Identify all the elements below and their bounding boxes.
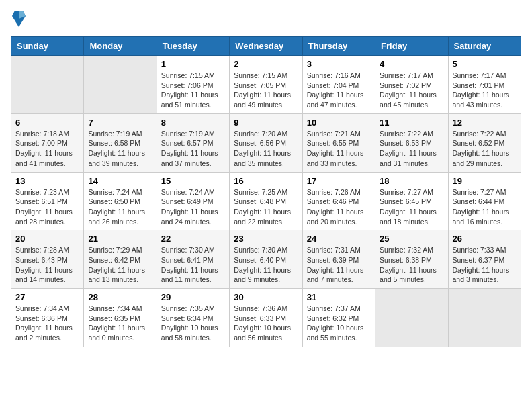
day-info: Sunrise: 7:31 AMSunset: 6:39 PMDaylight:… bbox=[307, 245, 371, 285]
day-number: 1 bbox=[161, 59, 225, 69]
day-number: 6 bbox=[15, 118, 79, 128]
day-info: Sunrise: 7:30 AMSunset: 6:40 PMDaylight:… bbox=[234, 245, 298, 285]
day-info: Sunrise: 7:26 AMSunset: 6:46 PMDaylight:… bbox=[307, 187, 371, 227]
day-number: 4 bbox=[380, 59, 443, 69]
day-number: 11 bbox=[380, 118, 443, 128]
day-info: Sunrise: 7:27 AMSunset: 6:45 PMDaylight:… bbox=[380, 187, 443, 227]
calendar-week-1: 1Sunrise: 7:15 AMSunset: 7:06 PMDaylight… bbox=[11, 56, 521, 114]
day-info: Sunrise: 7:19 AMSunset: 6:57 PMDaylight:… bbox=[161, 129, 225, 169]
day-number: 27 bbox=[15, 292, 79, 302]
calendar-cell: 2Sunrise: 7:15 AMSunset: 7:05 PMDaylight… bbox=[230, 56, 302, 114]
calendar-cell bbox=[11, 56, 84, 114]
calendar-cell: 18Sunrise: 7:27 AMSunset: 6:45 PMDayligh… bbox=[375, 172, 448, 230]
day-number: 22 bbox=[161, 234, 225, 244]
day-info: Sunrise: 7:21 AMSunset: 6:55 PMDaylight:… bbox=[307, 129, 371, 169]
calendar-cell: 28Sunrise: 7:34 AMSunset: 6:35 PMDayligh… bbox=[84, 289, 157, 347]
calendar-cell: 25Sunrise: 7:32 AMSunset: 6:38 PMDayligh… bbox=[375, 230, 448, 289]
day-info: Sunrise: 7:22 AMSunset: 6:52 PMDaylight:… bbox=[453, 129, 517, 169]
day-number: 24 bbox=[307, 234, 371, 244]
calendar-week-4: 20Sunrise: 7:28 AMSunset: 6:43 PMDayligh… bbox=[11, 230, 521, 289]
weekday-header-wednesday: Wednesday bbox=[230, 37, 302, 56]
day-number: 31 bbox=[307, 292, 371, 302]
day-number: 7 bbox=[88, 118, 152, 128]
day-info: Sunrise: 7:17 AMSunset: 7:01 PMDaylight:… bbox=[453, 71, 517, 110]
day-number: 17 bbox=[307, 176, 371, 186]
day-number: 19 bbox=[453, 176, 517, 186]
day-number: 10 bbox=[307, 118, 371, 128]
calendar-week-3: 13Sunrise: 7:23 AMSunset: 6:51 PMDayligh… bbox=[11, 172, 521, 230]
calendar-cell: 22Sunrise: 7:30 AMSunset: 6:41 PMDayligh… bbox=[157, 230, 229, 289]
calendar-cell: 30Sunrise: 7:36 AMSunset: 6:33 PMDayligh… bbox=[230, 289, 302, 347]
header bbox=[11, 11, 521, 28]
weekday-header-tuesday: Tuesday bbox=[157, 37, 229, 56]
calendar-cell bbox=[448, 289, 521, 347]
day-info: Sunrise: 7:19 AMSunset: 6:58 PMDaylight:… bbox=[88, 129, 152, 169]
day-info: Sunrise: 7:33 AMSunset: 6:37 PMDaylight:… bbox=[453, 245, 517, 285]
calendar-table: SundayMondayTuesdayWednesdayThursdayFrid… bbox=[11, 36, 521, 347]
calendar-cell: 7Sunrise: 7:19 AMSunset: 6:58 PMDaylight… bbox=[84, 113, 157, 172]
day-number: 20 bbox=[15, 234, 79, 244]
day-info: Sunrise: 7:29 AMSunset: 6:42 PMDaylight:… bbox=[88, 245, 152, 285]
day-number: 29 bbox=[161, 292, 225, 302]
day-number: 2 bbox=[234, 59, 298, 69]
day-number: 8 bbox=[161, 118, 225, 128]
day-info: Sunrise: 7:32 AMSunset: 6:38 PMDaylight:… bbox=[380, 245, 443, 285]
day-info: Sunrise: 7:24 AMSunset: 6:50 PMDaylight:… bbox=[88, 187, 152, 227]
day-info: Sunrise: 7:27 AMSunset: 6:44 PMDaylight:… bbox=[453, 187, 517, 227]
day-info: Sunrise: 7:16 AMSunset: 7:04 PMDaylight:… bbox=[307, 71, 371, 110]
calendar-cell: 14Sunrise: 7:24 AMSunset: 6:50 PMDayligh… bbox=[84, 172, 157, 230]
calendar-cell: 15Sunrise: 7:24 AMSunset: 6:49 PMDayligh… bbox=[157, 172, 229, 230]
calendar-cell: 17Sunrise: 7:26 AMSunset: 6:46 PMDayligh… bbox=[302, 172, 375, 230]
calendar-cell: 4Sunrise: 7:17 AMSunset: 7:02 PMDaylight… bbox=[375, 56, 448, 114]
day-number: 26 bbox=[453, 234, 517, 244]
weekday-header-monday: Monday bbox=[84, 37, 157, 56]
weekday-header-friday: Friday bbox=[375, 37, 448, 56]
day-info: Sunrise: 7:22 AMSunset: 6:53 PMDaylight:… bbox=[380, 129, 443, 169]
day-number: 15 bbox=[161, 176, 225, 186]
calendar-cell: 29Sunrise: 7:35 AMSunset: 6:34 PMDayligh… bbox=[157, 289, 229, 347]
calendar-week-2: 6Sunrise: 7:18 AMSunset: 7:00 PMDaylight… bbox=[11, 113, 521, 172]
day-info: Sunrise: 7:17 AMSunset: 7:02 PMDaylight:… bbox=[380, 71, 443, 110]
calendar-cell: 5Sunrise: 7:17 AMSunset: 7:01 PMDaylight… bbox=[448, 56, 521, 114]
day-number: 23 bbox=[234, 234, 298, 244]
calendar-cell: 24Sunrise: 7:31 AMSunset: 6:39 PMDayligh… bbox=[302, 230, 375, 289]
calendar-cell: 8Sunrise: 7:19 AMSunset: 6:57 PMDaylight… bbox=[157, 113, 229, 172]
day-number: 18 bbox=[380, 176, 443, 186]
calendar-cell bbox=[375, 289, 448, 347]
weekday-header-saturday: Saturday bbox=[448, 37, 521, 56]
calendar-cell: 23Sunrise: 7:30 AMSunset: 6:40 PMDayligh… bbox=[230, 230, 302, 289]
weekday-header-sunday: Sunday bbox=[11, 37, 84, 56]
day-number: 30 bbox=[234, 292, 298, 302]
calendar-cell: 26Sunrise: 7:33 AMSunset: 6:37 PMDayligh… bbox=[448, 230, 521, 289]
day-number: 12 bbox=[453, 118, 517, 128]
day-info: Sunrise: 7:37 AMSunset: 6:32 PMDaylight:… bbox=[307, 304, 371, 343]
day-info: Sunrise: 7:15 AMSunset: 7:06 PMDaylight:… bbox=[161, 71, 225, 110]
day-number: 9 bbox=[234, 118, 298, 128]
calendar-cell: 11Sunrise: 7:22 AMSunset: 6:53 PMDayligh… bbox=[375, 113, 448, 172]
day-number: 25 bbox=[380, 234, 443, 244]
calendar-cell: 21Sunrise: 7:29 AMSunset: 6:42 PMDayligh… bbox=[84, 230, 157, 289]
day-number: 21 bbox=[88, 234, 152, 244]
day-info: Sunrise: 7:28 AMSunset: 6:43 PMDaylight:… bbox=[15, 245, 79, 285]
logo-icon bbox=[12, 9, 26, 28]
calendar-cell: 1Sunrise: 7:15 AMSunset: 7:06 PMDaylight… bbox=[157, 56, 229, 114]
day-info: Sunrise: 7:35 AMSunset: 6:34 PMDaylight:… bbox=[161, 304, 225, 343]
day-info: Sunrise: 7:25 AMSunset: 6:48 PMDaylight:… bbox=[234, 187, 298, 227]
weekday-header-thursday: Thursday bbox=[302, 37, 375, 56]
calendar-week-5: 27Sunrise: 7:34 AMSunset: 6:36 PMDayligh… bbox=[11, 289, 521, 347]
day-info: Sunrise: 7:24 AMSunset: 6:49 PMDaylight:… bbox=[161, 187, 225, 227]
logo bbox=[11, 11, 26, 28]
logo-general bbox=[11, 11, 26, 28]
day-number: 13 bbox=[15, 176, 79, 186]
page-container: SundayMondayTuesdayWednesdayThursdayFrid… bbox=[0, 0, 532, 355]
calendar-cell: 27Sunrise: 7:34 AMSunset: 6:36 PMDayligh… bbox=[11, 289, 84, 347]
calendar-cell: 19Sunrise: 7:27 AMSunset: 6:44 PMDayligh… bbox=[448, 172, 521, 230]
weekday-header-row: SundayMondayTuesdayWednesdayThursdayFrid… bbox=[11, 37, 521, 56]
day-number: 5 bbox=[453, 59, 517, 69]
calendar-cell: 20Sunrise: 7:28 AMSunset: 6:43 PMDayligh… bbox=[11, 230, 84, 289]
day-number: 14 bbox=[88, 176, 152, 186]
calendar-cell bbox=[84, 56, 157, 114]
day-info: Sunrise: 7:18 AMSunset: 7:00 PMDaylight:… bbox=[15, 129, 79, 169]
calendar-cell: 16Sunrise: 7:25 AMSunset: 6:48 PMDayligh… bbox=[230, 172, 302, 230]
calendar-cell: 3Sunrise: 7:16 AMSunset: 7:04 PMDaylight… bbox=[302, 56, 375, 114]
